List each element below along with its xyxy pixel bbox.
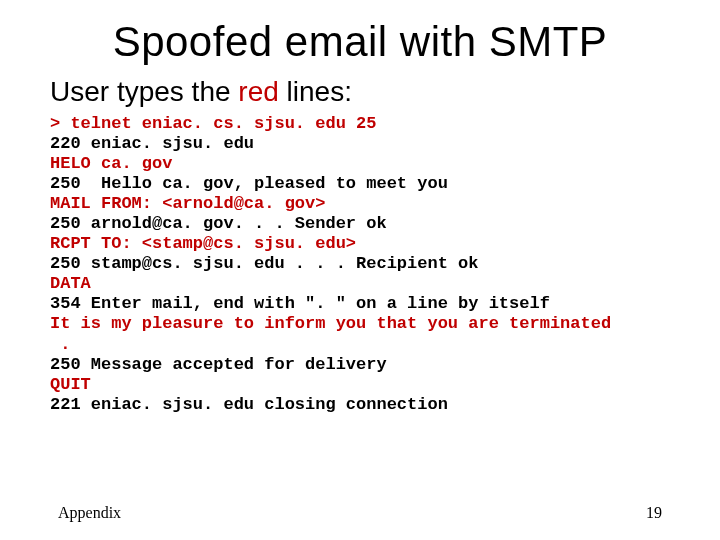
slide-footer: Appendix 19 [58,504,662,522]
transcript-line: 250 arnold@ca. gov. . . Sender ok [50,214,670,234]
subtitle-suffix: lines: [279,76,352,107]
transcript-line: . [50,335,670,355]
transcript-line: 354 Enter mail, end with ". " on a line … [50,294,670,314]
transcript-line: QUIT [50,375,670,395]
transcript-line: > telnet eniac. cs. sjsu. edu 25 [50,114,670,134]
slide-subtitle: User types the red lines: [50,76,670,108]
smtp-transcript: > telnet eniac. cs. sjsu. edu 25220 enia… [50,114,670,415]
transcript-line: DATA [50,274,670,294]
subtitle-red: red [238,76,278,107]
transcript-line: RCPT TO: <stamp@cs. sjsu. edu> [50,234,670,254]
subtitle-prefix: User types the [50,76,238,107]
transcript-line: HELO ca. gov [50,154,670,174]
slide-title: Spoofed email with SMTP [50,18,670,66]
transcript-line: 250 Hello ca. gov, pleased to meet you [50,174,670,194]
transcript-line: 221 eniac. sjsu. edu closing connection [50,395,670,415]
transcript-line: 250 Message accepted for delivery [50,355,670,375]
transcript-line: MAIL FROM: <arnold@ca. gov> [50,194,670,214]
footer-page-number: 19 [646,504,662,522]
transcript-line: 250 stamp@cs. sjsu. edu . . . Recipient … [50,254,670,274]
transcript-line: 220 eniac. sjsu. edu [50,134,670,154]
transcript-line: It is my pleasure to inform you that you… [50,314,670,334]
footer-left: Appendix [58,504,121,522]
slide: Spoofed email with SMTP User types the r… [0,0,720,540]
